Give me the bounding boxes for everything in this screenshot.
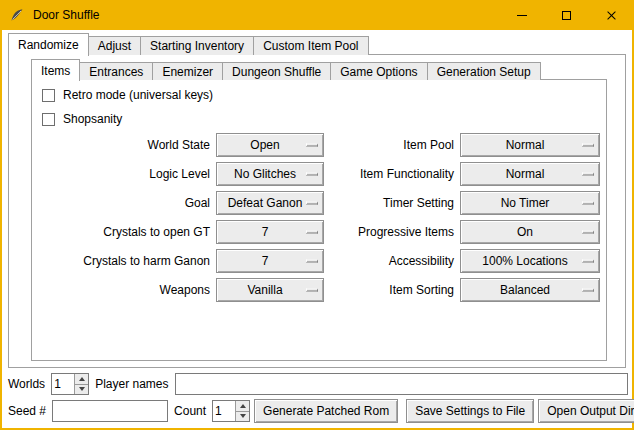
tab-items[interactable]: Items bbox=[31, 59, 80, 81]
options-row: World State Open Item Pool Normal bbox=[32, 130, 606, 159]
options-row: Crystals to harm Ganon 7 Accessibility 1… bbox=[32, 246, 606, 275]
client-area: Randomize Adjust Starting Inventory Cust… bbox=[2, 30, 632, 428]
arrow-up-icon bbox=[79, 377, 85, 381]
item-sorting-dropdown[interactable]: Balanced bbox=[460, 278, 600, 302]
count-spinbox[interactable] bbox=[212, 400, 250, 422]
titlebar[interactable]: Door Shuffle bbox=[0, 0, 634, 30]
shopsanity-checkbox[interactable] bbox=[42, 113, 55, 126]
worlds-row: Worlds Player names bbox=[6, 372, 628, 396]
seed-input[interactable] bbox=[52, 400, 168, 422]
goal-dropdown[interactable]: Defeat Ganon bbox=[216, 191, 324, 215]
world-state-dropdown[interactable]: Open bbox=[216, 133, 324, 157]
worlds-spin-down-button[interactable] bbox=[75, 385, 88, 395]
item-pool-dropdown[interactable]: Normal bbox=[460, 133, 600, 157]
secondary-tab-bar: Items Entrances Enemizer Dungeon Shuffle… bbox=[31, 58, 541, 80]
options-row: Goal Defeat Ganon Timer Setting No Timer bbox=[32, 188, 606, 217]
progressive-items-dropdown[interactable]: On bbox=[460, 220, 600, 244]
player-names-label: Player names bbox=[93, 377, 170, 391]
worlds-input[interactable] bbox=[52, 374, 74, 394]
dropdown-indicator-icon bbox=[306, 230, 318, 233]
tab-game-options[interactable]: Game Options bbox=[330, 62, 427, 80]
logic-level-dropdown[interactable]: No Glitches bbox=[216, 162, 324, 186]
count-spin-down-button[interactable] bbox=[236, 412, 249, 422]
field-label: Item Pool bbox=[324, 138, 460, 152]
tab-entrances[interactable]: Entrances bbox=[79, 62, 153, 80]
retro-mode-option: Retro mode (universal keys) bbox=[42, 87, 213, 103]
player-names-input[interactable] bbox=[175, 373, 629, 395]
dropdown-indicator-icon bbox=[582, 143, 594, 146]
dropdown-indicator-icon bbox=[306, 288, 318, 291]
tab-adjust[interactable]: Adjust bbox=[88, 36, 141, 55]
dropdown-value: Normal bbox=[506, 167, 555, 181]
field-label: Crystals to open GT bbox=[32, 225, 216, 239]
field-label: Logic Level bbox=[32, 167, 216, 181]
field-label: Weapons bbox=[32, 283, 216, 297]
dropdown-value: Defeat Ganon bbox=[228, 196, 313, 210]
timer-setting-dropdown[interactable]: No Timer bbox=[460, 191, 600, 215]
field-label: World State bbox=[32, 138, 216, 152]
field-label: Timer Setting bbox=[324, 196, 460, 210]
field-label: Item Sorting bbox=[324, 283, 460, 297]
options-row: Logic Level No Glitches Item Functionali… bbox=[32, 159, 606, 188]
dropdown-indicator-icon bbox=[582, 288, 594, 291]
field-label: Item Functionality bbox=[324, 167, 460, 181]
maximize-button[interactable] bbox=[544, 0, 589, 30]
crystals-open-gt-dropdown[interactable]: 7 bbox=[216, 220, 324, 244]
tab-dungeon-shuffle[interactable]: Dungeon Shuffle bbox=[222, 62, 331, 80]
open-output-directory-button[interactable]: Open Output Directory bbox=[538, 399, 634, 423]
worlds-label: Worlds bbox=[6, 377, 47, 391]
arrow-down-icon bbox=[240, 414, 246, 418]
randomize-tab-panel: Items Entrances Enemizer Dungeon Shuffle… bbox=[8, 54, 626, 368]
weapons-dropdown[interactable]: Vanilla bbox=[216, 278, 324, 302]
close-icon bbox=[606, 10, 617, 21]
generate-patched-rom-button[interactable]: Generate Patched Rom bbox=[254, 399, 398, 423]
accessibility-dropdown[interactable]: 100% Locations bbox=[460, 249, 600, 273]
retro-mode-checkbox[interactable] bbox=[42, 89, 55, 102]
dropdown-indicator-icon bbox=[582, 259, 594, 262]
dropdown-value: 100% Locations bbox=[482, 254, 577, 268]
dropdown-value: No Glitches bbox=[234, 167, 306, 181]
options-grid: World State Open Item Pool Normal Logic … bbox=[32, 130, 606, 304]
app-icon bbox=[9, 7, 25, 23]
seed-label: Seed # bbox=[6, 404, 48, 418]
count-label: Count bbox=[172, 404, 208, 418]
count-spin-up-button[interactable] bbox=[236, 401, 249, 412]
dropdown-value: On bbox=[517, 225, 543, 239]
app-window: Door Shuffle Randomize Adjust Starting I… bbox=[0, 0, 634, 430]
worlds-spinbox[interactable] bbox=[51, 373, 89, 395]
dropdown-indicator-icon bbox=[306, 143, 318, 146]
worlds-spin-arrows bbox=[74, 374, 88, 394]
close-button[interactable] bbox=[589, 0, 634, 30]
dropdown-value: No Timer bbox=[501, 196, 560, 210]
arrow-up-icon bbox=[240, 404, 246, 408]
dropdown-value: 7 bbox=[262, 225, 279, 239]
minimize-button[interactable] bbox=[499, 0, 544, 30]
options-row: Weapons Vanilla Item Sorting Balanced bbox=[32, 275, 606, 304]
primary-tab-bar: Randomize Adjust Starting Inventory Cust… bbox=[8, 32, 369, 55]
tab-custom-item-pool[interactable]: Custom Item Pool bbox=[253, 36, 368, 55]
dropdown-value: Normal bbox=[506, 138, 555, 152]
caption-buttons bbox=[499, 0, 634, 30]
tab-generation-setup[interactable]: Generation Setup bbox=[427, 62, 541, 80]
field-label: Progressive Items bbox=[324, 225, 460, 239]
window-title: Door Shuffle bbox=[33, 8, 100, 22]
dropdown-value: Balanced bbox=[500, 283, 560, 297]
options-row: Crystals to open GT 7 Progressive Items … bbox=[32, 217, 606, 246]
dropdown-indicator-icon bbox=[306, 259, 318, 262]
dropdown-indicator-icon bbox=[582, 201, 594, 204]
retro-mode-label: Retro mode (universal keys) bbox=[63, 88, 213, 102]
tab-enemizer[interactable]: Enemizer bbox=[152, 62, 223, 80]
maximize-icon bbox=[562, 11, 571, 20]
save-settings-button[interactable]: Save Settings to File bbox=[406, 399, 534, 423]
arrow-down-icon bbox=[79, 387, 85, 391]
tab-randomize[interactable]: Randomize bbox=[8, 33, 89, 56]
dropdown-value: 7 bbox=[262, 254, 279, 268]
crystals-harm-ganon-dropdown[interactable]: 7 bbox=[216, 249, 324, 273]
field-label: Crystals to harm Ganon bbox=[32, 254, 216, 268]
tab-starting-inventory[interactable]: Starting Inventory bbox=[140, 36, 254, 55]
worlds-spin-up-button[interactable] bbox=[75, 374, 88, 385]
count-spin-arrows bbox=[235, 401, 249, 421]
count-input[interactable] bbox=[213, 401, 235, 421]
item-functionality-dropdown[interactable]: Normal bbox=[460, 162, 600, 186]
dropdown-indicator-icon bbox=[306, 172, 318, 175]
